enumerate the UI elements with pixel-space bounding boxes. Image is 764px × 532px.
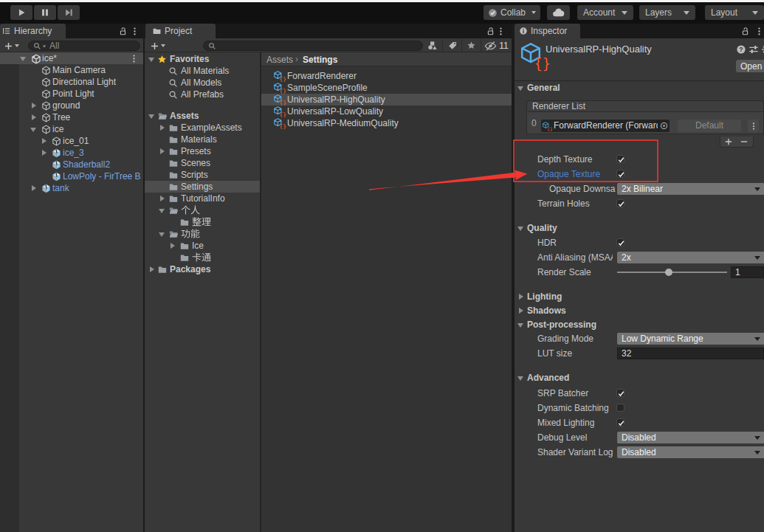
- property-opaque-texture[interactable]: Opaque Texture: [515, 167, 764, 182]
- property-render-scale[interactable]: Render Scale1: [515, 265, 764, 280]
- breadcrumb-assets[interactable]: Assets: [266, 55, 293, 65]
- foldout-open-icon[interactable]: [517, 376, 523, 381]
- hierarchy-item-directional-light[interactable]: Directional Light: [0, 76, 143, 88]
- dropdown-opaque-downsampling[interactable]: 2x Bilinear: [617, 183, 764, 195]
- foldout-closed-icon[interactable]: [160, 148, 165, 154]
- foldout-closed-icon[interactable]: [150, 266, 154, 272]
- list-remove-button[interactable]: [736, 137, 753, 148]
- property-debug-level[interactable]: Debug LevelDisabled: [515, 430, 764, 445]
- asset-item-universalrp-lowquality[interactable]: {}UniversalRP-LowQuality: [261, 106, 512, 117]
- checkbox-terrain-holes[interactable]: [616, 199, 624, 207]
- foldout-open-icon[interactable]: [148, 114, 154, 119]
- project-search-field[interactable]: [203, 41, 423, 51]
- hierarchy-item-tank[interactable]: tank: [0, 182, 143, 194]
- step-button[interactable]: [58, 5, 80, 20]
- play-button[interactable]: [10, 5, 32, 20]
- project-tree-item-功能[interactable]: [145, 228, 260, 240]
- item-kebab-icon[interactable]: [129, 54, 139, 63]
- project-tree-item-materials[interactable]: Materials: [145, 134, 260, 145]
- checkbox-mixed-lighting[interactable]: [616, 418, 624, 426]
- foldout-closed-icon[interactable]: [42, 138, 47, 144]
- project-tree-item-ice[interactable]: Ice: [145, 240, 260, 252]
- project-tree-item-presets[interactable]: Presets: [145, 145, 260, 157]
- foldout-open-icon[interactable]: [517, 323, 523, 328]
- foldout-closed-icon[interactable]: [160, 125, 165, 131]
- element-kebab-button[interactable]: [748, 120, 759, 132]
- property-terrain-holes[interactable]: Terrain Holes: [515, 196, 764, 211]
- project-tree-item-个人[interactable]: [145, 204, 260, 216]
- renderer-list-element[interactable]: 0{}ForwardRenderer (Forward Renderer Dat…: [526, 111, 764, 134]
- hierarchy-item-tree[interactable]: Tree: [0, 111, 143, 123]
- foldout-closed-icon[interactable]: [160, 196, 165, 201]
- project-tree-item-卡通[interactable]: [145, 252, 260, 263]
- property-mixed-lighting[interactable]: Mixed Lighting: [515, 415, 764, 430]
- dropdown-grading-mode[interactable]: Low Dynamic Range: [617, 333, 764, 345]
- foldout-closed-icon[interactable]: [32, 185, 36, 191]
- dropdown-anti-aliasing-msaa-[interactable]: 2x: [617, 252, 764, 263]
- hierarchy-item-ice-3[interactable]: ice_3: [0, 147, 143, 159]
- list-add-button[interactable]: [720, 137, 737, 148]
- tab-project[interactable]: Project: [145, 24, 216, 38]
- project-tree-item-assets[interactable]: Assets: [145, 110, 260, 122]
- slider-handle[interactable]: [665, 269, 672, 276]
- hierarchy-search-field[interactable]: All: [28, 41, 140, 51]
- foldout-open-icon[interactable]: [148, 58, 154, 62]
- project-tree-item-整理[interactable]: [145, 216, 260, 228]
- foldout-open-icon[interactable]: [20, 57, 26, 61]
- property-lut-size[interactable]: LUT size32: [515, 346, 764, 361]
- hierarchy-item-ice-01[interactable]: ice_01: [0, 135, 143, 147]
- project-lock-button[interactable]: [485, 26, 496, 37]
- project-tree-item-all-prefabs[interactable]: All Prefabs: [145, 89, 260, 100]
- field-lut-size[interactable]: 32: [617, 348, 764, 359]
- property-label[interactable]: Opaque Texture: [537, 167, 613, 182]
- hierarchy-item-lowpoly-firtree-b[interactable]: LowPoly - FirTree B: [0, 170, 143, 182]
- property-grading-mode[interactable]: Grading ModeLow Dynamic Range: [515, 331, 764, 346]
- layout-dropdown[interactable]: Layout: [705, 5, 764, 20]
- hierarchy-item-ground[interactable]: ground: [0, 100, 143, 111]
- checkbox-srp-batcher[interactable]: [616, 389, 624, 397]
- slider-value-field[interactable]: 1: [731, 266, 764, 278]
- project-tree-item-settings[interactable]: Settings: [145, 181, 260, 193]
- section-general[interactable]: General: [515, 82, 764, 94]
- project-tree-item-packages[interactable]: Packages: [145, 263, 260, 275]
- renderer-object-field[interactable]: {}ForwardRenderer (Forward Renderer Data…: [541, 120, 670, 132]
- project-menu-button[interactable]: [495, 26, 506, 37]
- default-button[interactable]: Default: [678, 120, 741, 132]
- favorites-filter-button[interactable]: [461, 39, 481, 52]
- section-advanced[interactable]: Advanced: [515, 372, 764, 384]
- project-tree-item-tutorialinfo[interactable]: TutorialInfo: [145, 193, 260, 204]
- foldout-closed-icon[interactable]: [519, 308, 523, 314]
- hidden-count-button[interactable]: 11: [481, 39, 512, 52]
- dropdown-shader-variant-log-level[interactable]: Disabled: [617, 446, 764, 458]
- pause-button[interactable]: [34, 5, 56, 20]
- section-post-processing[interactable]: Post-processing: [515, 319, 764, 331]
- foldout-open-icon[interactable]: [159, 232, 165, 237]
- tab-hierarchy[interactable]: Hierarchy: [0, 24, 66, 38]
- project-tree-item-all-models[interactable]: All Models: [145, 77, 260, 89]
- asset-item-universalrp-highquality[interactable]: {}UniversalRP-HighQuality: [261, 94, 512, 106]
- project-tree-item-scripts[interactable]: Scripts: [145, 169, 260, 181]
- foldout-closed-icon[interactable]: [519, 294, 523, 300]
- search-by-label-button[interactable]: [442, 39, 461, 52]
- checkbox-hdr[interactable]: [616, 238, 624, 246]
- foldout-closed-icon[interactable]: [42, 150, 47, 156]
- hierarchy-item-shaderball2[interactable]: Shaderball2: [0, 159, 143, 170]
- hierarchy-create-button[interactable]: [4, 40, 19, 52]
- foldout-open-icon[interactable]: [30, 128, 36, 132]
- layers-dropdown[interactable]: Layers: [639, 5, 695, 20]
- section-quality[interactable]: Quality: [515, 222, 764, 234]
- hierarchy-item-point-light[interactable]: Point Light: [0, 88, 143, 100]
- property-anti-aliasing-msaa-[interactable]: Anti Aliasing (MSAA)2x: [515, 250, 764, 265]
- project-tree-item-scenes[interactable]: Scenes: [145, 157, 260, 169]
- foldout-closed-icon[interactable]: [32, 114, 36, 120]
- asset-item-universalrp-mediumquality[interactable]: {}UniversalRP-MediumQuality: [261, 117, 512, 129]
- project-tree-item-exampleassets[interactable]: ExampleAssets: [145, 122, 260, 134]
- project-tree-item-all-materials[interactable]: All Materials: [145, 65, 260, 77]
- object-picker-button[interactable]: [658, 120, 670, 132]
- foldout-open-icon[interactable]: [517, 227, 523, 231]
- asset-item-samplesceneprofile[interactable]: {}SampleSceneProfile: [261, 82, 512, 94]
- hierarchy-item-ice-[interactable]: ice*: [0, 52, 143, 64]
- property-hdr[interactable]: HDR: [515, 235, 764, 250]
- section-shadows[interactable]: Shadows: [515, 305, 764, 317]
- foldout-closed-icon[interactable]: [32, 103, 36, 108]
